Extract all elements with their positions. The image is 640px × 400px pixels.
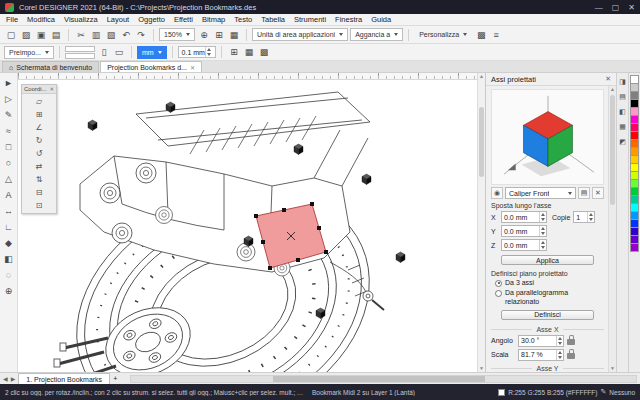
menu-visualizza[interactable]: Visualizza [64,15,98,24]
text-tool-icon[interactable]: A [1,187,16,202]
undo-icon[interactable]: ↶ [119,28,133,42]
angle-lock-icon[interactable] [567,339,575,345]
tab-welcome-screen[interactable]: ⌂ Schermata di benvenuto [2,61,99,72]
docker-tab-objects-icon[interactable]: ◨ [618,77,628,87]
canvas-vertical-scrollbar[interactable]: ▲ ▼ [477,73,485,372]
open-icon[interactable]: ▨ [19,28,33,42]
menu-bitmap[interactable]: Bitmap [202,15,225,24]
docker-tab-views-icon[interactable]: ▦ [618,122,628,132]
grid-icon[interactable]: ⊞ [227,45,241,59]
docker-scrollbar-thumb[interactable] [610,95,615,205]
scroll-down-icon[interactable]: ▼ [478,365,485,372]
polygon-tool-icon[interactable]: △ [1,171,16,186]
cut-icon[interactable]: ✂ [74,28,88,42]
full-screen-preview-icon[interactable]: ⊞ [212,28,226,42]
menu-layout[interactable]: Layout [107,15,130,24]
docker-scroll-up-icon[interactable]: ▲ [609,86,616,93]
close-button[interactable]: ✕ [628,3,635,12]
print-icon[interactable]: ▤ [49,28,63,42]
coord-size-icon[interactable]: ⊞ [32,108,46,121]
coord-mirror-v-icon[interactable]: ⇅ [32,173,46,186]
portrait-orientation-icon[interactable]: ▯ [97,45,111,59]
axis-z-input[interactable]: 0.0 mm [501,239,547,251]
coord-angle-icon[interactable]: ∠ [32,121,46,134]
docker-tab-symbols-icon[interactable]: ◧ [618,107,628,117]
show-rulers-icon[interactable]: ▦ [227,28,241,42]
menu-modifica[interactable]: Modifica [27,15,55,24]
axis-y-input[interactable]: 0.0 mm [501,225,547,237]
zoom-level-select[interactable]: 150% [159,28,195,41]
bookmark-visibility-eye-icon[interactable]: ◉ [491,187,503,199]
shape-tool-icon[interactable]: ▷ [1,91,16,106]
redo-icon[interactable]: ↷ [134,28,148,42]
drawing-canvas[interactable]: Coordi... ✕ ▱⊞∠↻↺⇄⇅⊟⊡ [18,73,477,372]
add-page-icon[interactable]: + [113,375,117,382]
interactive-fill-tool-icon[interactable]: ◧ [1,251,16,266]
menu-guida[interactable]: Guida [371,15,391,24]
menu-testo[interactable]: Testo [234,15,252,24]
scrollbar-thumb[interactable] [479,107,484,177]
pick-tool-icon[interactable]: ► [1,75,16,90]
scale-lock-icon[interactable] [567,353,575,359]
docker-tab-properties-icon[interactable]: ▤ [618,92,628,102]
menu-effetti[interactable]: Effetti [174,15,193,24]
page-width-field[interactable] [65,46,95,52]
snap-to-select[interactable]: Aggancia a [350,28,403,41]
bookmark-select[interactable]: Caliper Front [505,187,576,199]
bezier-tool-icon[interactable]: ≈ [1,123,16,138]
coord-mirror-h-icon[interactable]: ⇄ [32,160,46,173]
menu-oggetto[interactable]: Oggetto [138,15,165,24]
canvas-horizontal-scrollbar[interactable] [130,375,637,383]
scroll-up-icon[interactable]: ▲ [478,73,485,80]
previous-page-icon[interactable]: ◀ [3,375,8,382]
docker-tab-hints-icon[interactable]: ◩ [618,137,628,147]
nudge-distance-field[interactable]: 0.1 mm [178,46,216,58]
rectangle-tool-icon[interactable]: □ [1,139,16,154]
units-settings-icon[interactable]: ▩ [257,45,271,59]
ellipse-tool-icon[interactable]: ○ [1,155,16,170]
copy-icon[interactable]: ▥ [89,28,103,42]
save-bookmark-icon[interactable]: ▤ [578,187,590,199]
copies-input[interactable]: 1 [573,211,595,223]
docker-close-icon[interactable]: ✕ [605,75,611,83]
angle-input[interactable]: 30.0 ° [518,335,564,347]
save-icon[interactable]: ▣ [34,28,48,42]
paste-icon[interactable]: ▧ [104,28,118,42]
coord-rotate-cw-icon[interactable]: ↻ [32,134,46,147]
docker-scrollbar[interactable]: ▲ ▼ [608,86,616,372]
launch-icon[interactable]: ▩ [474,28,488,42]
menu-file[interactable]: File [6,15,18,24]
coord-rotate-ccw-icon[interactable]: ↺ [32,147,46,160]
zoom-tool-icon[interactable]: ⊕ [1,283,16,298]
fill-tool-icon[interactable]: ◆ [1,235,16,250]
customize-menu[interactable]: Personalizza [414,28,472,41]
dimension-tool-icon[interactable]: ↔ [1,203,16,218]
horizontal-ruler[interactable] [18,73,477,80]
radio-from-parallelogram[interactable]: Da parallelogramma relazionato [491,289,604,305]
application-units-select[interactable]: Unità di area applicazioni [252,28,348,41]
minimize-button[interactable]: — [595,3,603,12]
next-page-icon[interactable]: ▶ [11,375,16,382]
axis-x-input[interactable]: 0.0 mm [501,211,547,223]
define-button[interactable]: Definisci [501,310,594,320]
scale-input[interactable]: 81.7 % [518,349,564,361]
maximize-button[interactable]: ▢ [612,3,620,12]
tab-document[interactable]: Projection Bookmarks d... ✕ [100,61,202,72]
guidelines-icon[interactable]: ▦ [242,45,256,59]
connector-tool-icon[interactable]: ∟ [1,219,16,234]
coord-move-icon[interactable]: ▱ [32,95,46,108]
menu-tabella[interactable]: Tabella [261,15,285,24]
menu-strumenti[interactable]: Strumenti [294,15,326,24]
coordinates-panel-close-icon[interactable]: ✕ [49,86,54,92]
curve-tool-icon[interactable]: ✎ [1,107,16,122]
new-document-icon[interactable]: ▢ [4,28,18,42]
delete-bookmark-icon[interactable]: ✕ [592,187,604,199]
page-tab[interactable]: 1. Projection Bookmarks [18,373,110,384]
outline-tool-icon[interactable]: ◌ [1,267,16,282]
options-icon[interactable]: ≡ [489,28,503,42]
page-height-field[interactable] [65,53,95,59]
radio-from-3-axes[interactable]: Da 3 assi [491,279,604,287]
coord-apply-icon[interactable]: ⊡ [32,199,46,212]
palette-swatch[interactable] [630,243,639,252]
apply-button[interactable]: Applica [501,255,594,265]
